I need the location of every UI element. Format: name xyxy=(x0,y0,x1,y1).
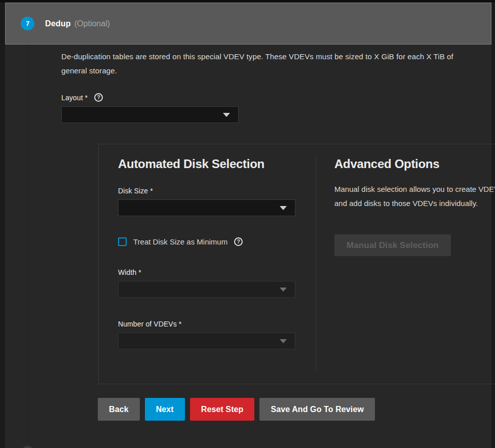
disk-size-select[interactable] xyxy=(118,199,295,216)
width-label: Width * xyxy=(118,268,141,276)
disk-size-field-group: Disk Size * xyxy=(118,187,295,216)
disk-size-label: Disk Size * xyxy=(118,187,153,195)
step-optional-label: (Optional) xyxy=(74,19,110,28)
number-of-vdevs-label: Number of VDEVs * xyxy=(118,320,181,328)
treat-disk-size-minimum-label[interactable]: Treat Disk Size as Minimum xyxy=(133,237,227,246)
step-number: 7 xyxy=(26,20,29,27)
number-of-vdevs-field-group: Number of VDEVs * xyxy=(118,320,295,349)
layout-label: Layout * xyxy=(61,94,88,102)
reset-step-button[interactable]: Reset Step xyxy=(190,398,255,421)
next-button[interactable]: Next xyxy=(145,398,185,421)
chevron-down-icon xyxy=(280,288,287,292)
chevron-down-icon xyxy=(280,339,287,343)
number-of-vdevs-select xyxy=(118,333,295,349)
automated-disk-selection-section: Automated Disk Selection Disk Size * Tre… xyxy=(99,144,316,384)
automated-section-title: Automated Disk Selection xyxy=(118,157,295,171)
chevron-down-icon xyxy=(223,113,230,117)
top-divider xyxy=(0,0,495,3)
treat-disk-size-minimum-help-icon[interactable]: ? xyxy=(234,237,243,246)
treat-disk-size-minimum-checkbox[interactable] xyxy=(118,237,127,246)
advanced-section-title: Advanced Options xyxy=(334,157,495,171)
step-description: De-duplication tables are stored on this… xyxy=(61,50,464,78)
chevron-down-icon xyxy=(280,206,287,210)
wizard-actions: Back Next Reset Step Save And Go To Revi… xyxy=(98,398,491,421)
step-header-dedup[interactable]: 7 Dedup (Optional) xyxy=(5,3,491,45)
advanced-section-description: Manual disk selection allows you to crea… xyxy=(334,182,495,211)
save-and-go-to-review-button[interactable]: Save And Go To Review xyxy=(259,398,374,421)
advanced-options-section: Advanced Options Manual disk selection a… xyxy=(316,144,495,384)
step-content: De-duplication tables are stored on this… xyxy=(5,45,491,421)
step-number-badge: 7 xyxy=(21,17,34,30)
treat-disk-size-minimum-row: Treat Disk Size as Minimum ? xyxy=(118,237,295,246)
layout-select[interactable] xyxy=(61,106,239,123)
manual-disk-selection-button: Manual Disk Selection xyxy=(334,234,451,256)
width-select xyxy=(118,281,295,298)
card-divider xyxy=(316,156,316,371)
back-button[interactable]: Back xyxy=(98,398,140,421)
step-title: Dedup xyxy=(45,19,71,28)
disk-selection-card: Automated Disk Selection Disk Size * Tre… xyxy=(98,144,495,384)
width-field-group: Width * xyxy=(118,268,295,298)
layout-field-group: Layout * ? xyxy=(61,93,491,123)
next-step-circle xyxy=(21,446,34,448)
wizard-panel: 7 Dedup (Optional) De-duplication tables… xyxy=(5,3,491,448)
layout-help-icon[interactable]: ? xyxy=(94,93,103,102)
